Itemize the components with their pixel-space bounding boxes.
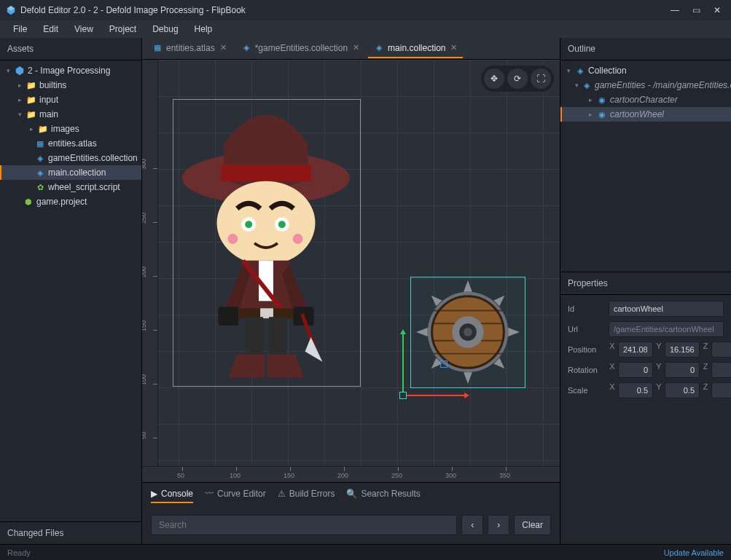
scale-y-input[interactable] xyxy=(665,382,700,398)
selection-handle[interactable] xyxy=(440,360,447,368)
svg-marker-20 xyxy=(464,372,472,384)
collection-icon: ◈ xyxy=(582,80,592,90)
svg-point-10 xyxy=(227,234,238,244)
move-tool-button[interactable]: ✥ xyxy=(484,68,504,89)
close-icon[interactable]: ✕ xyxy=(353,43,359,52)
folder-icon: 📁 xyxy=(26,109,36,119)
tab-entities-atlas[interactable]: ▦ entities.atlas ✕ xyxy=(146,39,232,58)
tree-main[interactable]: ▾ 📁 main xyxy=(0,107,141,122)
menu-view[interactable]: View xyxy=(67,21,101,37)
chevron-down-icon: ▾ xyxy=(16,111,23,118)
outline-header: Outline xyxy=(560,38,731,60)
atlas-icon: ▦ xyxy=(35,138,45,149)
atlas-icon: ▦ xyxy=(152,43,163,53)
menu-file[interactable]: File xyxy=(6,21,34,37)
tab-search-results[interactable]: 🔍Search Results xyxy=(346,489,420,503)
rot-x-input[interactable] xyxy=(618,362,653,378)
properties-panel: Id Url Position X Y Z Rotation X Y xyxy=(560,295,731,409)
svg-rect-4 xyxy=(221,165,310,181)
minimize-button[interactable]: — xyxy=(671,5,679,15)
prop-id-label: Id xyxy=(568,304,606,313)
menu-help[interactable]: Help xyxy=(187,21,220,37)
folder-icon: 📁 xyxy=(26,95,36,105)
collection-icon: ◈ xyxy=(241,43,251,53)
chevron-right-icon: ▸ xyxy=(587,96,594,103)
assets-header: Assets xyxy=(0,38,141,60)
tree-main-collection[interactable]: ◈ main.collection xyxy=(0,165,141,180)
tab-build-errors[interactable]: ⚠Build Errors xyxy=(278,489,335,503)
outline-tree: ▾ ◈ Collection ▾ ◈ gameEntities - /main/… xyxy=(560,60,731,272)
chevron-right-icon: ▸ xyxy=(28,125,35,133)
prop-url-label: Url xyxy=(568,325,606,334)
prop-position-label: Position xyxy=(568,345,606,354)
outline-collection[interactable]: ▾ ◈ Collection xyxy=(560,63,731,78)
tree-game-project[interactable]: ⬢ game.project xyxy=(0,194,141,209)
close-icon[interactable]: ✕ xyxy=(450,43,457,52)
pos-x-input[interactable] xyxy=(618,342,653,358)
scale-tool-button[interactable]: ⛶ xyxy=(531,68,551,89)
svg-marker-2 xyxy=(16,66,24,75)
menu-edit[interactable]: Edit xyxy=(36,21,66,37)
tree-images[interactable]: ▸ 📁 images xyxy=(0,122,141,136)
tree-builtins[interactable]: ▸ 📁 builtins xyxy=(0,78,141,92)
prop-id-input[interactable] xyxy=(609,301,724,317)
close-icon[interactable]: ✕ xyxy=(220,43,227,52)
title-bar: Defold Editor 2.0 - 2 - Defold Image Pro… xyxy=(0,0,731,20)
close-button[interactable]: ✕ xyxy=(714,5,721,15)
chevron-right-icon: ▸ xyxy=(587,111,594,118)
outline-cartoon-character[interactable]: ▸ ◉ cartoonCharacter xyxy=(560,92,731,107)
cartoon-wheel-selection[interactable] xyxy=(410,277,525,388)
svg-point-7 xyxy=(245,221,252,228)
console-prev-button[interactable]: ‹ xyxy=(461,515,483,535)
menu-debug[interactable]: Debug xyxy=(145,21,185,37)
maximize-button[interactable]: ▭ xyxy=(692,5,700,15)
tree-entities-atlas[interactable]: ▦ entities.atlas xyxy=(0,136,141,151)
tab-console[interactable]: ▶Console xyxy=(151,489,193,503)
scale-x-input[interactable] xyxy=(618,382,653,398)
tree-game-entities[interactable]: ◈ gameEntities.collection xyxy=(0,151,141,165)
properties-header: Properties xyxy=(560,272,731,295)
console-search-input[interactable] xyxy=(151,515,457,535)
horizontal-ruler: 50 100 150 200 250 300 350 xyxy=(142,466,560,482)
pos-y-input[interactable] xyxy=(665,342,700,358)
pos-z-input[interactable] xyxy=(711,342,731,358)
tree-input[interactable]: ▸ 📁 input xyxy=(0,92,141,107)
svg-point-5 xyxy=(217,181,316,265)
project-icon: ⬢ xyxy=(23,197,34,207)
tab-game-entities[interactable]: ◈ *gameEntities.collection ✕ xyxy=(235,39,365,58)
rot-z-input[interactable] xyxy=(711,362,731,378)
chevron-right-icon: ▸ xyxy=(16,82,23,89)
update-available-link[interactable]: Update Available xyxy=(664,548,724,557)
editor-tabs: ▦ entities.atlas ✕ ◈ *gameEntities.colle… xyxy=(142,38,560,60)
script-icon: ✿ xyxy=(35,182,45,192)
tree-project-root[interactable]: ▾ 2 - Image Processing xyxy=(0,63,141,78)
menu-project[interactable]: Project xyxy=(102,21,144,37)
rot-y-input[interactable] xyxy=(665,362,700,378)
svg-marker-21 xyxy=(416,328,428,336)
tab-curve-editor[interactable]: 〰Curve Editor xyxy=(205,489,266,503)
collection-icon: ◈ xyxy=(374,43,384,53)
outline-cartoon-wheel[interactable]: ▸ ◉ cartoonWheel xyxy=(560,107,731,122)
gameobject-icon: ◉ xyxy=(597,95,607,105)
gameobject-icon: ◉ xyxy=(597,109,607,119)
collection-icon: ◈ xyxy=(575,66,585,76)
outline-game-entities[interactable]: ▾ ◈ gameEntities - /main/gameEntities.co… xyxy=(560,78,731,92)
prop-rotation-label: Rotation xyxy=(568,366,606,374)
svg-point-11 xyxy=(293,234,303,244)
x-axis-handle[interactable] xyxy=(407,395,465,396)
gizmo-origin[interactable] xyxy=(399,392,407,399)
y-axis-handle[interactable] xyxy=(402,334,404,392)
prop-url-input[interactable] xyxy=(609,321,724,337)
status-ready: Ready xyxy=(7,548,31,557)
scene-viewport[interactable]: ✥ ⟳ ⛶ xyxy=(142,60,560,482)
tab-main-collection[interactable]: ◈ main.collection ✕ xyxy=(368,39,463,58)
rotate-tool-button[interactable]: ⟳ xyxy=(507,68,528,89)
defold-logo-icon xyxy=(15,66,25,76)
changed-files-header[interactable]: Changed Files xyxy=(0,521,141,544)
cartoon-character-bounds[interactable] xyxy=(173,99,361,387)
vertical-ruler: 50 100 150 200 250 300 xyxy=(142,60,158,482)
console-clear-button[interactable]: Clear xyxy=(514,515,551,535)
tree-wheel-script[interactable]: ✿ wheel_script.script xyxy=(0,180,141,194)
scale-z-input[interactable] xyxy=(711,382,731,398)
console-next-button[interactable]: › xyxy=(488,515,509,535)
